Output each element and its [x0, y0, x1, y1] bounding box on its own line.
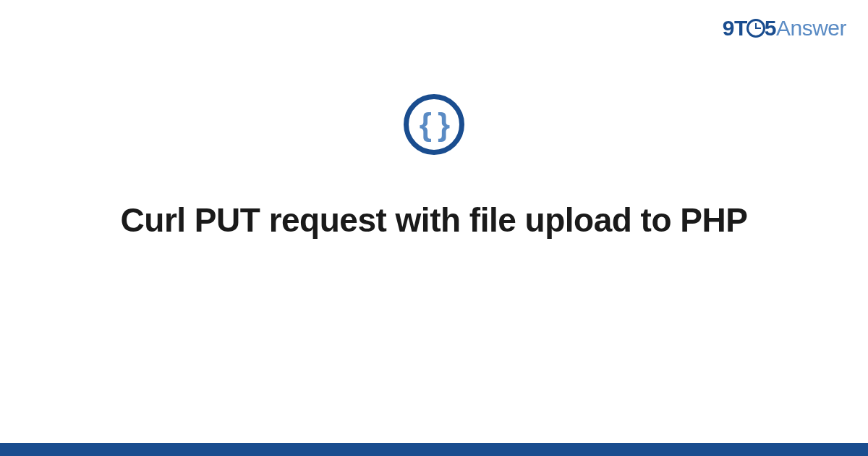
- page-title: Curl PUT request with file upload to PHP: [121, 200, 748, 242]
- logo-text-5: 5: [765, 16, 776, 40]
- main-content: { } Curl PUT request with file upload to…: [0, 94, 868, 242]
- site-logo: 9T5Answer: [723, 16, 846, 41]
- code-braces-icon: { }: [420, 109, 448, 140]
- clock-icon: [746, 19, 765, 38]
- logo-text-9t: 9T: [723, 16, 747, 40]
- category-badge: { }: [404, 94, 464, 155]
- logo-text-answer: Answer: [776, 16, 846, 40]
- footer-bar: [0, 443, 868, 456]
